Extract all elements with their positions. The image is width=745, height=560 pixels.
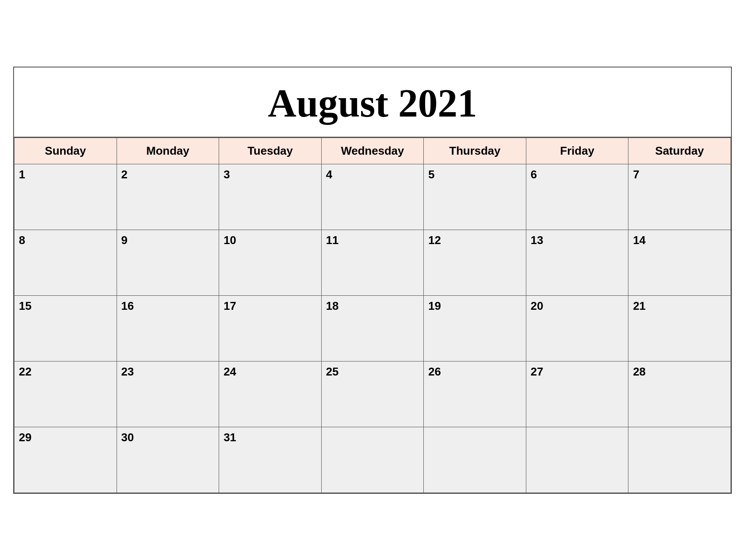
day-number: 27: [531, 365, 624, 379]
day-cell-11: 11: [321, 230, 424, 295]
day-number: 1: [19, 168, 112, 181]
header-friday: Friday: [526, 138, 628, 164]
day-cell-12: 12: [424, 230, 526, 295]
day-number: 23: [121, 365, 215, 379]
week-row-5: 293031: [14, 427, 731, 493]
day-number: 30: [121, 431, 215, 444]
day-cell-13: 13: [526, 230, 628, 295]
day-cell-17: 17: [219, 295, 322, 361]
day-cell-28: 28: [628, 361, 731, 427]
day-number: 16: [121, 299, 215, 313]
empty-cell: [526, 427, 628, 493]
day-cell-22: 22: [14, 361, 117, 427]
day-cell-8: 8: [14, 230, 117, 295]
day-cell-27: 27: [526, 361, 628, 427]
day-number: 17: [224, 299, 317, 313]
day-cell-4: 4: [321, 164, 424, 230]
day-number: 14: [633, 234, 726, 247]
day-cell-16: 16: [117, 295, 219, 361]
header-tuesday: Tuesday: [219, 138, 322, 164]
day-number: 15: [19, 299, 112, 313]
day-cell-1: 1: [14, 164, 117, 230]
empty-cell: [321, 427, 424, 493]
day-cell-7: 7: [628, 164, 731, 230]
day-number: 7: [633, 168, 726, 181]
calendar-container: August 2021 SundayMondayTuesdayWednesday…: [13, 67, 732, 494]
day-cell-3: 3: [219, 164, 322, 230]
day-cell-30: 30: [117, 427, 219, 493]
week-row-3: 15161718192021: [14, 295, 731, 361]
day-number: 2: [121, 168, 215, 181]
day-cell-31: 31: [219, 427, 322, 493]
day-number: 26: [428, 365, 522, 379]
day-cell-20: 20: [526, 295, 628, 361]
week-row-2: 891011121314: [14, 230, 731, 295]
calendar-title: August 2021: [14, 67, 731, 138]
day-cell-5: 5: [424, 164, 526, 230]
header-saturday: Saturday: [628, 138, 731, 164]
empty-cell: [424, 427, 526, 493]
day-cell-25: 25: [321, 361, 424, 427]
day-cell-9: 9: [117, 230, 219, 295]
day-number: 11: [326, 234, 419, 247]
day-number: 3: [224, 168, 317, 181]
day-cell-23: 23: [117, 361, 219, 427]
day-cell-10: 10: [219, 230, 322, 295]
day-cell-14: 14: [628, 230, 731, 295]
day-cell-24: 24: [219, 361, 322, 427]
day-cell-18: 18: [321, 295, 424, 361]
header-wednesday: Wednesday: [321, 138, 424, 164]
day-number: 29: [19, 431, 112, 444]
day-number: 25: [326, 365, 419, 379]
day-number: 20: [531, 299, 624, 313]
header-row: SundayMondayTuesdayWednesdayThursdayFrid…: [14, 138, 731, 164]
day-number: 8: [19, 234, 112, 247]
header-thursday: Thursday: [424, 138, 526, 164]
day-number: 22: [19, 365, 112, 379]
day-number: 28: [633, 365, 726, 379]
day-cell-29: 29: [14, 427, 117, 493]
day-number: 4: [326, 168, 419, 181]
calendar-grid: SundayMondayTuesdayWednesdayThursdayFrid…: [14, 138, 731, 493]
header-monday: Monday: [117, 138, 219, 164]
empty-cell: [628, 427, 731, 493]
day-number: 9: [121, 234, 215, 247]
day-cell-6: 6: [526, 164, 628, 230]
day-number: 12: [428, 234, 522, 247]
day-number: 24: [224, 365, 317, 379]
day-cell-21: 21: [628, 295, 731, 361]
day-number: 10: [224, 234, 317, 247]
day-number: 5: [428, 168, 522, 181]
week-row-1: 1234567: [14, 164, 731, 230]
day-number: 19: [428, 299, 522, 313]
week-row-4: 22232425262728: [14, 361, 731, 427]
day-cell-2: 2: [117, 164, 219, 230]
day-number: 31: [224, 431, 317, 444]
day-cell-19: 19: [424, 295, 526, 361]
day-number: 18: [326, 299, 419, 313]
day-cell-26: 26: [424, 361, 526, 427]
day-cell-15: 15: [14, 295, 117, 361]
day-number: 13: [531, 234, 624, 247]
day-number: 21: [633, 299, 726, 313]
day-number: 6: [531, 168, 624, 181]
header-sunday: Sunday: [14, 138, 117, 164]
